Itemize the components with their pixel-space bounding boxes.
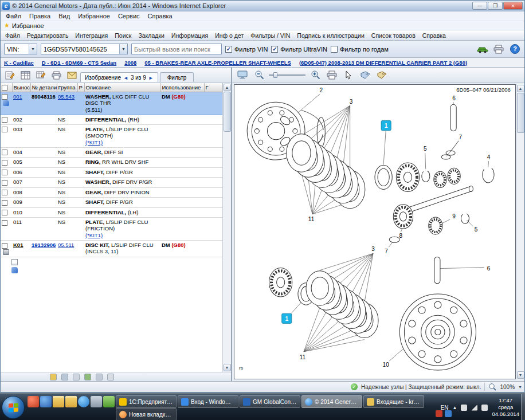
table-row[interactable]: 002 NS DIFFERENTIAL, (RH): [1, 115, 222, 124]
browser-menu-item[interactable]: Справка: [144, 12, 177, 20]
callout-7b[interactable]: 7: [385, 248, 388, 254]
group-code[interactable]: NS: [58, 169, 65, 175]
callout-6[interactable]: 6: [452, 95, 456, 101]
filter-checkbox[interactable]: Фильтр UltraVIN: [271, 46, 327, 53]
app-menu-item[interactable]: Файл: [2, 32, 23, 40]
table-edit-icon[interactable]: [34, 69, 48, 81]
zoom-in-icon[interactable]: [308, 69, 322, 81]
group-code[interactable]: 05.511: [58, 242, 74, 248]
group-code[interactable]: NS: [58, 159, 65, 165]
printer-icon[interactable]: [61, 374, 68, 380]
badge-icon[interactable]: [50, 374, 57, 380]
print-list-icon[interactable]: [49, 69, 63, 81]
group-code[interactable]: NS: [58, 189, 65, 195]
callout-5b[interactable]: 5: [475, 226, 478, 233]
app-menu-item[interactable]: Интеграция: [72, 32, 111, 40]
zoom-out-icon[interactable]: [252, 69, 266, 81]
table-row[interactable]: 004 NS GEAR, DIFF SI: [1, 147, 222, 157]
quicklaunch-tool-icon[interactable]: [103, 396, 115, 407]
help-icon[interactable]: ?: [508, 44, 521, 55]
table-row[interactable]: 009 NS SHAFT, DIFF P/GR: [1, 198, 222, 207]
edit-notes-icon[interactable]: [3, 69, 17, 81]
note-icon[interactable]: [11, 259, 18, 265]
breadcrumb-link[interactable]: 05 - BRAKES-REAR AXLE-PROPELLER SHAFT-WH…: [144, 60, 291, 66]
quicklaunch-folder2-icon[interactable]: [65, 396, 77, 407]
volume-icon[interactable]: [481, 405, 488, 411]
table-row[interactable]: 010 NS DIFFERENTIAL, (LH): [1, 207, 222, 217]
app-menu-item[interactable]: Фильтры / VIN: [247, 32, 293, 40]
quicklaunch-app-icon[interactable]: [40, 396, 52, 407]
parts-scrollbar[interactable]: ▲ ▼: [222, 83, 231, 372]
callout-number[interactable]: 005: [13, 159, 22, 165]
tag-icon[interactable]: [11, 267, 18, 273]
table-row[interactable]: 011 NS PLATE, L/SLIP DIFF CLU (FRICTION)…: [1, 218, 222, 241]
row-checkbox[interactable]: [2, 150, 7, 155]
zoom-slider-thumb[interactable]: [273, 72, 277, 78]
callout-number[interactable]: 011: [13, 219, 22, 225]
document-icon[interactable]: [73, 374, 80, 380]
browser-menu-item[interactable]: Правка: [25, 12, 54, 20]
print-illustration-icon[interactable]: [325, 69, 339, 81]
quicklaunch-window-icon[interactable]: [91, 396, 102, 407]
row-checkbox[interactable]: [2, 180, 7, 186]
table-view-icon[interactable]: [18, 69, 32, 81]
vin-combo[interactable]: 1G6DS57V580145625 ▼: [41, 44, 128, 54]
callout-number[interactable]: 002: [13, 116, 22, 123]
app-menu-item[interactable]: Редактировать: [23, 32, 72, 40]
row-checkbox[interactable]: [2, 94, 7, 100]
callout-number[interactable]: 009: [13, 199, 22, 205]
col-part[interactable]: № детали: [30, 83, 57, 92]
col-group[interactable]: Группа: [57, 83, 77, 92]
filter-checkbox[interactable]: Фильтр по годам: [331, 46, 389, 53]
language-indicator[interactable]: EN: [441, 405, 449, 411]
chevron-down-icon[interactable]: ▼: [29, 44, 37, 54]
quicklaunch-opera-icon[interactable]: [28, 396, 39, 407]
start-button[interactable]: [2, 396, 25, 419]
callout-11b[interactable]: 11: [300, 354, 306, 360]
table-row[interactable]: 001 89048116 05.543 WASHER, LKG DIFF CLU…: [1, 92, 222, 115]
printer-icon[interactable]: [3, 249, 9, 255]
tab-filter[interactable]: Фильтр: [160, 72, 194, 82]
network-icon[interactable]: [471, 405, 477, 411]
chevron-down-icon[interactable]: ▼: [119, 44, 127, 54]
browser-menu-item[interactable]: Сервис: [114, 12, 144, 20]
callout-number[interactable]: 003: [13, 126, 22, 132]
row-checkbox[interactable]: [2, 170, 7, 175]
quick-search-input[interactable]: [131, 44, 222, 54]
callout-3b[interactable]: 3: [371, 246, 375, 252]
taskbar-button[interactable]: GM GlobalConnect ...: [240, 395, 300, 408]
row-checkbox[interactable]: [2, 127, 7, 132]
breadcrumb-link[interactable]: (6D05-047) 2008-2013 DM DIFFERENTIAL CAR…: [299, 60, 467, 66]
callout-number[interactable]: 010: [13, 209, 22, 215]
next-image-icon[interactable]: ►: [148, 75, 154, 81]
pointer-icon[interactable]: [342, 69, 355, 81]
table-row[interactable]: 006 NS SHAFT, DIFF P/GR: [1, 167, 222, 177]
prev-image-icon[interactable]: ◄: [123, 75, 128, 81]
taskbar-button[interactable]: 1С:Предприятие - ...: [116, 395, 177, 408]
app-menu-item[interactable]: Инф о дет: [211, 32, 247, 40]
callout-5[interactable]: 5: [424, 146, 427, 152]
col-g[interactable]: Г: [204, 83, 222, 92]
info-icon[interactable]: [107, 374, 114, 380]
callout-4[interactable]: 4: [487, 154, 491, 160]
clock[interactable]: 17:47 среда 04.06.2014: [492, 397, 519, 418]
table-row[interactable]: K01 19132906 05.511 DISC KIT, L/SLIP DIF…: [1, 241, 222, 257]
scroll-up-icon[interactable]: ▲: [517, 85, 524, 92]
export-icon[interactable]: [65, 69, 79, 81]
settings-icon[interactable]: [96, 374, 103, 380]
callout-6b[interactable]: 6: [487, 265, 491, 272]
table-row[interactable]: 007 NS WASHER, DIFF DRV P/GR: [1, 178, 222, 187]
zoom-slider[interactable]: [269, 72, 305, 78]
maximize-button[interactable]: ❒: [488, 2, 503, 10]
vehicle-icon[interactable]: [476, 44, 489, 55]
group-code[interactable]: NS: [58, 209, 65, 215]
callout-number[interactable]: 004: [13, 149, 22, 155]
checkbox-icon[interactable]: [225, 46, 232, 53]
table-row[interactable]: 005 NS RING, RR WHL DRV SHF: [1, 158, 222, 167]
fit-screen-icon[interactable]: [236, 69, 249, 81]
group-code[interactable]: NS: [58, 179, 65, 185]
app-menu-item[interactable]: Информация: [168, 32, 211, 40]
hidden-icons-chevron[interactable]: ▲: [453, 405, 457, 410]
taskbar-button-newtab[interactable]: Новая вкладка - Go...: [116, 408, 177, 420]
power-icon[interactable]: [461, 405, 467, 411]
